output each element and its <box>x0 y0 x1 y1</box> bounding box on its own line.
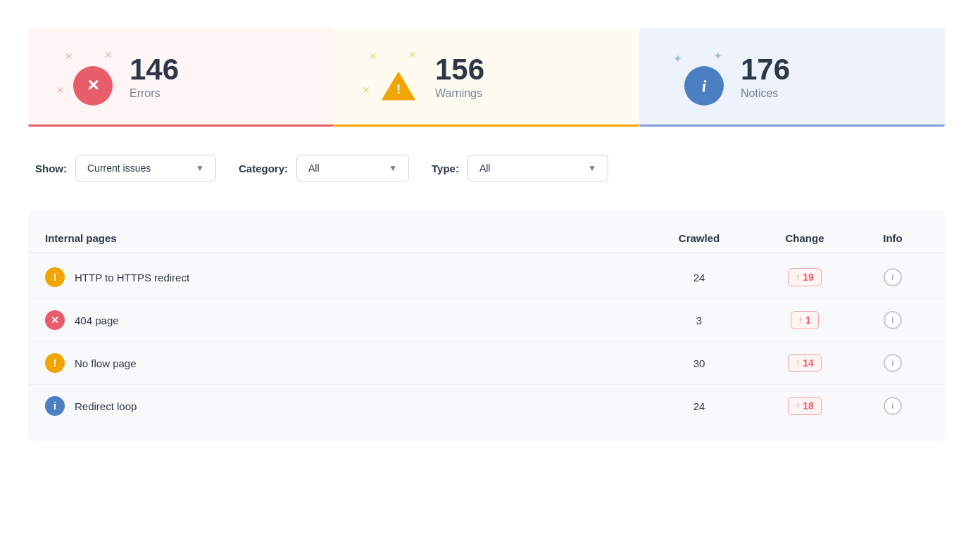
row-label-1: 404 page <box>75 314 119 326</box>
show-value: Current issues <box>87 163 151 174</box>
warnings-count: 156 <box>435 55 484 84</box>
row-name-3: i Redirect loop <box>45 396 646 416</box>
row-crawled-1: 3 <box>646 314 752 326</box>
deco-cross-3: ✕ <box>56 84 65 96</box>
change-badge-3: ↑ 18 <box>788 397 822 415</box>
error-icon: ✕ <box>73 66 113 106</box>
notices-card[interactable]: ✦ ✦ i 176 Notices <box>639 28 945 127</box>
info-button-2[interactable]: i <box>884 354 902 372</box>
type-filter-group: Type: All ▼ <box>432 155 608 182</box>
issues-table: Internal pages Crawled Change Info ! HTT… <box>28 210 945 441</box>
notices-count: 176 <box>741 55 790 84</box>
deco-diamond-2: ✕ <box>369 51 377 62</box>
warnings-label: Warnings <box>435 87 484 100</box>
row-name-0: ! HTTP to HTTPS redirect <box>45 267 646 287</box>
row-label-3: Redirect loop <box>75 400 137 412</box>
errors-icon-area: ✕ ✕ ✕ ✕ <box>56 49 113 106</box>
info-button-3[interactable]: i <box>884 397 902 415</box>
change-arrow-1: ↑ <box>798 315 803 325</box>
deco-diamond-3: ✕ <box>362 84 370 96</box>
change-badge-0: ↑ 19 <box>788 268 822 286</box>
row-change-1: ↑ 1 <box>752 311 858 329</box>
row-name-1: ✕ 404 page <box>45 310 646 330</box>
category-filter-group: Category: All ▼ <box>239 155 409 182</box>
svg-text:!: ! <box>396 82 401 96</box>
row-crawled-0: 24 <box>646 272 752 284</box>
notice-icon: i <box>684 66 724 106</box>
category-label: Category: <box>239 163 288 174</box>
table-row: ! No flow page 30 ↑ 14 i <box>28 342 945 385</box>
info-button-1[interactable]: i <box>884 311 902 329</box>
row-info-2[interactable]: i <box>858 354 928 372</box>
notices-label: Notices <box>741 87 790 100</box>
row-type-icon-1: ✕ <box>45 310 65 330</box>
row-info-3[interactable]: i <box>858 397 928 415</box>
row-name-2: ! No flow page <box>45 353 646 373</box>
warnings-icon-area: ✕ ✕ ✕ ! <box>362 49 418 106</box>
change-arrow-3: ↑ <box>796 401 800 411</box>
row-change-3: ↑ 18 <box>752 397 858 415</box>
deco-sparkle-2: ✦ <box>713 49 722 63</box>
category-value: All <box>308 163 320 174</box>
type-label: Type: <box>432 163 459 174</box>
col-change-header: Change <box>752 232 858 244</box>
type-chevron-icon: ▼ <box>588 163 596 173</box>
row-type-icon-0: ! <box>45 267 65 287</box>
warnings-card[interactable]: ✕ ✕ ✕ ! 156 Warnings <box>334 28 639 127</box>
type-select[interactable]: All ▼ <box>467 155 608 182</box>
row-label-0: HTTP to HTTPS redirect <box>75 272 189 284</box>
change-arrow-0: ↑ <box>796 272 800 282</box>
deco-cross-2: ✕ <box>65 51 73 62</box>
show-chevron-icon: ▼ <box>196 163 204 173</box>
change-arrow-2: ↑ <box>796 358 800 368</box>
show-select[interactable]: Current issues ▼ <box>75 155 216 182</box>
row-change-0: ↑ 19 <box>752 268 858 286</box>
table-row: ✕ 404 page 3 ↑ 1 i <box>28 299 945 342</box>
category-select[interactable]: All ▼ <box>296 155 409 182</box>
col-info-header: Info <box>858 232 928 244</box>
col-name-header: Internal pages <box>45 232 646 244</box>
change-badge-2: ↑ 14 <box>788 354 822 372</box>
summary-cards: ✕ ✕ ✕ ✕ 146 Errors ✕ ✕ ✕ ! 156 Warnings <box>28 28 945 127</box>
warnings-text: 156 Warnings <box>435 55 484 100</box>
table-header: Internal pages Crawled Change Info <box>28 224 945 253</box>
info-button-0[interactable]: i <box>884 268 902 286</box>
row-crawled-3: 24 <box>646 400 752 412</box>
category-chevron-icon: ▼ <box>389 163 397 173</box>
change-badge-1: ↑ 1 <box>791 311 819 329</box>
row-info-0[interactable]: i <box>858 268 928 286</box>
row-label-2: No flow page <box>75 357 137 369</box>
show-filter-group: Show: Current issues ▼ <box>35 155 216 182</box>
table-body: ! HTTP to HTTPS redirect 24 ↑ 19 i ✕ 404… <box>28 256 945 427</box>
row-crawled-2: 30 <box>646 357 752 369</box>
notices-text: 176 Notices <box>741 55 790 100</box>
notices-icon-area: ✦ ✦ i <box>667 49 724 106</box>
row-type-icon-2: ! <box>45 353 65 373</box>
errors-count: 146 <box>130 55 179 84</box>
errors-label: Errors <box>130 87 179 100</box>
errors-card[interactable]: ✕ ✕ ✕ ✕ 146 Errors <box>28 28 334 127</box>
filters-bar: Show: Current issues ▼ Category: All ▼ T… <box>28 155 945 182</box>
warning-icon: ! <box>379 66 418 106</box>
deco-sparkle-1: ✦ <box>673 52 682 65</box>
row-type-icon-3: i <box>45 396 65 416</box>
row-info-1[interactable]: i <box>858 311 928 329</box>
table-row: ! HTTP to HTTPS redirect 24 ↑ 19 i <box>28 256 945 299</box>
show-label: Show: <box>35 163 67 174</box>
row-change-2: ↑ 14 <box>752 354 858 372</box>
deco-cross-1: ✕ <box>104 49 113 61</box>
deco-diamond-1: ✕ <box>408 49 417 61</box>
type-value: All <box>479 163 491 174</box>
table-row: i Redirect loop 24 ↑ 18 i <box>28 385 945 427</box>
col-crawled-header: Crawled <box>646 232 752 244</box>
errors-text: 146 Errors <box>130 55 179 100</box>
